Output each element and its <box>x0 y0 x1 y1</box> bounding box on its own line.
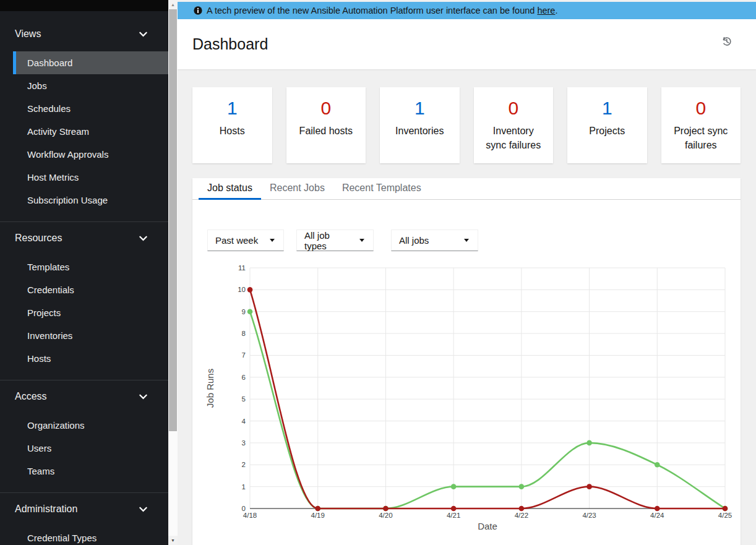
sidebar-scrollbar: ▲ ▼ <box>168 0 178 545</box>
card-failed-hosts[interactable]: 0 Failed hosts <box>286 87 366 163</box>
sidebar-section-views: Views Dashboard Jobs Schedules Activity … <box>0 18 168 221</box>
sidebar-item-dashboard[interactable]: Dashboard <box>13 51 168 74</box>
svg-text:6: 6 <box>242 374 246 381</box>
job-type-select-value: All job types <box>304 230 352 251</box>
card-projects[interactable]: 1 Projects <box>567 87 647 163</box>
sidebar-item-label: Hosts <box>27 353 51 364</box>
svg-text:4/22: 4/22 <box>515 512 528 519</box>
stat-value: 1 <box>389 98 451 118</box>
tech-preview-banner: A tech preview of the new Ansible Automa… <box>178 2 756 19</box>
sidebar-item-label: Host Metrics <box>27 172 79 182</box>
sidebar-item-hosts[interactable]: Hosts <box>13 347 168 370</box>
history-button[interactable] <box>715 31 737 53</box>
sidebar-item-label: Activity Stream <box>27 126 89 137</box>
tab-job-status[interactable]: Job status <box>199 178 261 200</box>
stat-value: 0 <box>670 98 732 118</box>
svg-text:4/20: 4/20 <box>379 512 392 519</box>
svg-text:4/23: 4/23 <box>582 512 596 519</box>
caret-down-icon <box>359 239 364 242</box>
sidebar-item-jobs[interactable]: Jobs <box>13 74 168 97</box>
summary-cards: 1 Hosts 0 Failed hosts 1 Inventories 0 I… <box>192 87 741 163</box>
sidebar-item-teams[interactable]: Teams <box>13 460 168 483</box>
banner-here-link[interactable]: here <box>537 6 555 15</box>
job-type-select[interactable]: All job types <box>296 230 374 251</box>
sidebar-section-views-toggle[interactable]: Views <box>0 23 168 45</box>
sidebar-section-title: Views <box>15 28 41 40</box>
svg-text:8: 8 <box>242 330 246 337</box>
sidebar-item-templates[interactable]: Templates <box>13 255 168 278</box>
card-inventory-sync-failures[interactable]: 0 Inventory sync failures <box>474 87 554 163</box>
sidebar-section-resources-toggle[interactable]: Resources <box>0 227 168 249</box>
sidebar-section-title: Access <box>15 391 47 402</box>
svg-text:9: 9 <box>242 308 246 315</box>
sidebar-section-resources: Resources Templates Credentials Projects… <box>0 221 168 380</box>
sidebar-item-workflow-approvals[interactable]: Workflow Approvals <box>13 143 168 166</box>
sidebar-item-label: Jobs <box>27 80 47 91</box>
svg-text:11: 11 <box>238 264 246 272</box>
job-filter-select[interactable]: All jobs <box>391 230 478 251</box>
sidebar-item-label: Teams <box>27 466 54 476</box>
sidebar-section-administration: Administration Credential Types <box>0 492 168 545</box>
main-content: A tech preview of the new Ansible Automa… <box>178 0 756 545</box>
sidebar-item-schedules[interactable]: Schedules <box>13 97 168 120</box>
card-project-sync-failures[interactable]: 0 Project sync failures <box>661 87 741 163</box>
svg-text:5: 5 <box>242 395 246 403</box>
sidebar-item-credentials[interactable]: Credentials <box>13 278 168 301</box>
tab-recent-templates[interactable]: Recent Templates <box>333 178 430 200</box>
sidebar-item-label: Organizations <box>27 420 85 431</box>
sidebar-item-label: Schedules <box>27 103 71 114</box>
svg-text:4/19: 4/19 <box>311 512 325 519</box>
sidebar-item-host-metrics[interactable]: Host Metrics <box>13 166 168 189</box>
chevron-down-icon <box>139 30 147 39</box>
tab-bar: Job status Recent Jobs Recent Templates <box>192 178 741 200</box>
svg-text:4: 4 <box>242 418 246 425</box>
filter-bar: Past week All job types All jobs <box>207 230 741 251</box>
page-title: Dashboard <box>192 35 268 53</box>
scrollbar-down-arrow[interactable]: ▼ <box>168 536 178 545</box>
svg-text:4/25: 4/25 <box>718 512 732 519</box>
stat-label: Inventories <box>389 124 451 138</box>
stat-value: 0 <box>483 98 545 118</box>
active-indicator <box>13 51 16 74</box>
stat-label: Inventory sync failures <box>483 124 545 152</box>
stat-label: Projects <box>576 124 638 138</box>
svg-text:2: 2 <box>242 461 246 468</box>
scrollbar-thumb[interactable] <box>169 9 177 431</box>
chevron-down-icon <box>139 505 147 514</box>
sidebar-item-activity-stream[interactable]: Activity Stream <box>13 120 168 143</box>
sidebar-item-credential-types[interactable]: Credential Types <box>13 526 168 545</box>
tab-recent-jobs[interactable]: Recent Jobs <box>261 178 333 200</box>
svg-text:7: 7 <box>242 351 246 359</box>
scrollbar-up-arrow[interactable]: ▲ <box>168 0 178 9</box>
job-filter-select-value: All jobs <box>399 235 429 246</box>
sidebar-item-label: Subscription Usage <box>27 195 108 205</box>
caret-down-icon <box>270 239 275 242</box>
sidebar-section-access-toggle[interactable]: Access <box>0 385 168 408</box>
sidebar-item-label: Credential Types <box>27 533 97 543</box>
stat-value: 1 <box>201 98 264 118</box>
card-hosts[interactable]: 1 Hosts <box>192 87 272 163</box>
svg-text:10: 10 <box>238 286 246 293</box>
sidebar-item-label: Users <box>27 443 51 453</box>
sidebar-item-inventories[interactable]: Inventories <box>13 324 168 347</box>
sidebar-section-access: Access Organizations Users Teams <box>0 380 168 492</box>
sidebar-item-projects[interactable]: Projects <box>13 301 168 324</box>
svg-text:4/24: 4/24 <box>650 512 664 519</box>
sidebar-item-organizations[interactable]: Organizations <box>13 414 168 437</box>
sidebar-section-administration-toggle[interactable]: Administration <box>0 498 168 520</box>
sidebar-item-subscription-usage[interactable]: Subscription Usage <box>13 189 168 212</box>
period-select[interactable]: Past week <box>207 230 284 251</box>
svg-text:Date: Date <box>478 521 497 531</box>
svg-text:1: 1 <box>242 483 246 491</box>
sidebar-item-label: Inventories <box>27 330 72 341</box>
svg-text:4/21: 4/21 <box>447 512 460 519</box>
svg-text:4/18: 4/18 <box>243 512 257 519</box>
chevron-down-icon <box>139 392 147 401</box>
sidebar-item-label: Workflow Approvals <box>27 149 108 160</box>
sidebar-item-label: Templates <box>27 262 69 272</box>
sidebar: Views Dashboard Jobs Schedules Activity … <box>0 11 168 545</box>
card-inventories[interactable]: 1 Inventories <box>380 87 460 163</box>
job-status-chart: 012345678910114/184/194/204/214/224/234/… <box>192 252 741 538</box>
job-status-panel: Job status Recent Jobs Recent Templates … <box>192 178 741 545</box>
sidebar-item-users[interactable]: Users <box>13 437 168 460</box>
